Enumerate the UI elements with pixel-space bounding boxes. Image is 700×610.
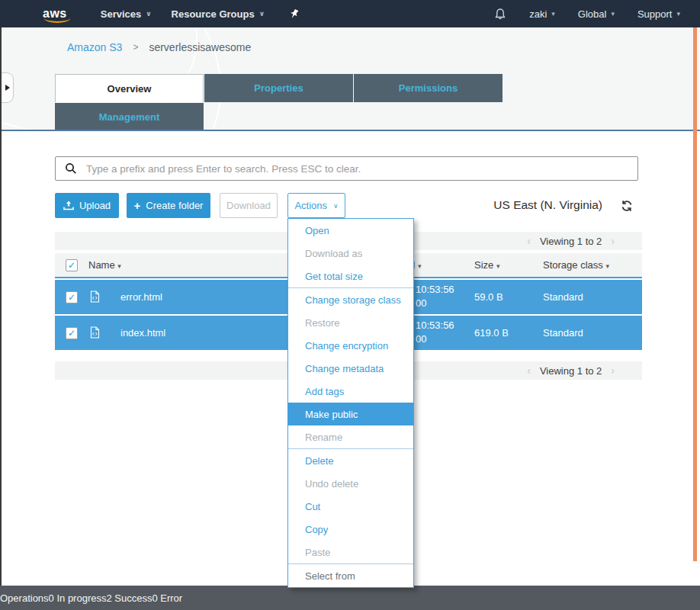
prev-page-chevron[interactable]: ‹: [527, 235, 531, 247]
nav-services-label: Services: [101, 8, 142, 20]
create-folder-button-label: Create folder: [146, 200, 203, 211]
menu-item-download-as[interactable]: Download as: [288, 242, 413, 265]
file-name[interactable]: index.html: [120, 327, 165, 339]
tab-overview[interactable]: Overview: [55, 74, 204, 102]
refresh-icon[interactable]: [621, 200, 633, 215]
menu-item-restore[interactable]: Restore: [288, 311, 413, 334]
menu-item-cut[interactable]: Cut: [288, 495, 413, 518]
nav-region-label: Global: [578, 8, 607, 20]
chevron-down-icon: ∨: [259, 10, 265, 18]
notifications-bell-icon[interactable]: [494, 8, 506, 21]
nav-support-menu[interactable]: Support ▾: [637, 8, 680, 20]
sort-caret-icon: ▾: [605, 262, 609, 270]
pin-icon[interactable]: [289, 8, 299, 20]
chevron-down-icon: ∨: [333, 202, 339, 210]
select-all-checkbox[interactable]: ✓: [66, 259, 78, 271]
chevron-down-icon: ▾: [676, 10, 680, 18]
column-header-storage-class[interactable]: Storage class ▾: [543, 259, 609, 271]
refresh-icon-svg: [621, 200, 633, 212]
aws-logo[interactable]: aws: [43, 7, 67, 21]
column-header-name[interactable]: Name ▾: [88, 259, 121, 271]
plus-icon: +: [134, 199, 141, 212]
menu-item-undo-delete[interactable]: Undo delete: [288, 472, 413, 495]
breadcrumb-link-amazon-s3[interactable]: Amazon S3: [67, 41, 122, 53]
pin-icon-svg: [289, 8, 299, 20]
menu-item-add-tags[interactable]: Add tags: [288, 380, 413, 403]
menu-item-select-from[interactable]: Select from: [288, 564, 413, 587]
menu-item-copy[interactable]: Copy: [288, 518, 413, 541]
chevron-down-icon: ∨: [146, 10, 151, 18]
menu-item-change-storage-class[interactable]: Change storage class: [288, 288, 413, 311]
file-storage-class: Standard: [543, 291, 583, 303]
search-icon: [65, 162, 77, 175]
actions-button[interactable]: Actions ∨: [287, 193, 345, 218]
file-name[interactable]: error.html: [120, 291, 162, 303]
nav-support-label: Support: [637, 8, 673, 20]
menu-item-make-public[interactable]: Make public: [288, 403, 413, 425]
nav-resource-groups-label: Resource Groups: [172, 8, 255, 20]
breadcrumb: Amazon S3 > serverlessisawesome: [67, 41, 251, 53]
checkbox-tick: ✓: [68, 261, 75, 270]
row-checkbox[interactable]: ✓: [66, 327, 78, 339]
tab-strip-underline: [0, 130, 700, 131]
column-size-label: Size: [474, 259, 493, 271]
checkbox-tick: ✓: [68, 293, 75, 302]
chevron-down-icon: ▾: [551, 10, 555, 18]
window-left-border: [0, 27, 2, 610]
create-folder-button[interactable]: + Create folder: [127, 193, 210, 218]
row-checkbox[interactable]: ✓: [66, 291, 78, 303]
column-name-label: Name: [88, 259, 115, 271]
file-size: 59.0 B: [474, 291, 503, 303]
file-size: 619.0 B: [474, 327, 509, 339]
operations-toggle[interactable]: Operations: [0, 592, 49, 604]
region-label: US East (N. Virginia): [493, 198, 602, 212]
next-page-chevron[interactable]: ›: [611, 235, 615, 247]
tab-management[interactable]: Management: [55, 103, 204, 131]
actions-dropdown-menu: Open Download as Get total size Change s…: [287, 218, 414, 588]
last-modified-line1: 10:53:56: [416, 284, 454, 295]
menu-item-change-encryption[interactable]: Change encryption: [288, 334, 413, 357]
file-storage-class: Standard: [543, 327, 583, 339]
chevron-down-icon: ▾: [611, 10, 615, 18]
next-page-chevron[interactable]: ›: [611, 364, 615, 377]
column-header-size[interactable]: Size ▾: [474, 259, 499, 271]
menu-item-rename[interactable]: Rename: [288, 425, 413, 448]
download-button-label: Download: [226, 200, 271, 211]
checkbox-tick: ✓: [68, 329, 75, 338]
nav-region-menu[interactable]: Global ▾: [578, 8, 615, 20]
sidebar-expand-handle[interactable]: [2, 72, 14, 103]
nav-user-menu[interactable]: zaki ▾: [529, 8, 555, 20]
nav-resource-groups[interactable]: Resource Groups ∨: [172, 8, 265, 20]
success-counter: 2 Success: [106, 592, 152, 604]
sort-caret-icon: ▾: [117, 262, 121, 270]
menu-item-change-metadata[interactable]: Change metadata: [288, 357, 413, 380]
vertical-scrollbar[interactable]: [693, 27, 697, 561]
tab-permissions[interactable]: Permissions: [354, 74, 503, 102]
operations-footer-bar: Operations 0 In progress 2 Success 0 Err…: [0, 586, 700, 610]
upload-button-label: Upload: [79, 200, 111, 211]
column-storage-class-label: Storage class: [543, 259, 603, 271]
menu-item-get-total-size[interactable]: Get total size: [288, 265, 413, 287]
breadcrumb-separator: >: [133, 42, 138, 53]
tab-properties[interactable]: Properties: [204, 74, 353, 102]
nav-user-label: zaki: [529, 8, 547, 20]
expand-arrow-icon: [5, 85, 10, 91]
viewing-range-label: Viewing 1 to 2: [540, 365, 602, 377]
viewing-range-label: Viewing 1 to 2: [540, 236, 602, 247]
file-icon: [90, 326, 100, 341]
menu-item-delete[interactable]: Delete: [288, 449, 413, 472]
last-modified-line2: 00: [416, 297, 426, 309]
menu-item-paste[interactable]: Paste: [288, 541, 413, 563]
in-progress-counter: 0 In progress: [49, 592, 107, 604]
prev-page-chevron[interactable]: ‹: [527, 364, 531, 377]
menu-item-open[interactable]: Open: [288, 219, 413, 242]
nav-services[interactable]: Services ∨: [101, 8, 152, 20]
search-input[interactable]: [85, 162, 637, 175]
top-nav-bar: aws Services ∨ Resource Groups ∨ zaki: [0, 0, 700, 27]
download-button[interactable]: Download: [220, 193, 278, 218]
last-modified-line2: 00: [416, 333, 426, 345]
search-box: [55, 156, 638, 181]
upload-button[interactable]: Upload: [55, 193, 119, 218]
upload-icon: [63, 201, 74, 210]
bucket-tabs: Overview Properties Permissions Manageme…: [55, 74, 512, 132]
